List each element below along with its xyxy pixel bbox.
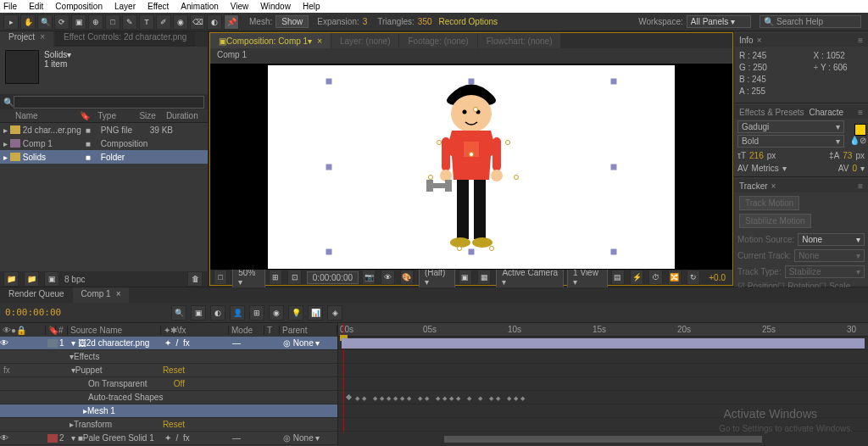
project-tab[interactable]: Project×	[0, 31, 53, 47]
pan-behind-tool-icon[interactable]: ⊕	[88, 14, 103, 30]
record-options-link[interactable]: Record Options	[439, 17, 498, 26]
brush-tool-icon[interactable]: ✐	[156, 14, 171, 30]
close-icon[interactable]: ×	[317, 36, 322, 46]
close-icon[interactable]: ×	[116, 289, 121, 298]
timeline-icon[interactable]: ⏱	[648, 270, 662, 285]
kerning-dropdown[interactable]: Metrics	[752, 164, 779, 173]
menu-composition[interactable]: Composition	[55, 2, 103, 11]
trash-icon[interactable]: 🗑	[187, 271, 203, 287]
fast-preview-icon[interactable]: ⚡	[630, 270, 643, 285]
layer-tab[interactable]: Layer: (none)	[331, 33, 398, 48]
project-row[interactable]: ▸ Comp 1■ Composition	[0, 137, 208, 150]
info-panel-title[interactable]: Info	[739, 36, 754, 45]
panel-menu-icon[interactable]: ≡	[858, 108, 863, 117]
close-icon[interactable]: ×	[40, 32, 45, 42]
shy-icon[interactable]: 👤	[230, 305, 245, 321]
snapshot-icon[interactable]: 📷	[362, 270, 376, 285]
auto-keyframe-icon[interactable]: ◈	[327, 305, 342, 321]
close-icon[interactable]: ×	[757, 36, 762, 45]
flowchart-tab[interactable]: Flowchart: (none)	[478, 33, 561, 48]
roi-icon[interactable]: ▣	[459, 270, 472, 285]
motion-blur-icon[interactable]: ◉	[269, 305, 284, 321]
font-size-value[interactable]: 216	[749, 151, 764, 160]
panel-menu-icon[interactable]: ≡	[858, 36, 863, 45]
menu-window[interactable]: Window	[260, 2, 291, 11]
menu-effect[interactable]: Effect	[147, 2, 169, 11]
current-track-dropdown[interactable]: None▾	[794, 249, 865, 262]
render-queue-tab[interactable]: Render Queue	[0, 287, 73, 303]
camera-tool-icon[interactable]: ▣	[71, 14, 86, 30]
roto-tool-icon[interactable]: ◐	[207, 14, 222, 30]
res-icon[interactable]: ⊞	[269, 270, 282, 285]
effects-group[interactable]: ▾ Effects	[0, 350, 337, 364]
project-row[interactable]: ▸ Solids■ Folder	[0, 150, 208, 164]
character-tab[interactable]: Characte	[810, 108, 844, 117]
col-name[interactable]: Name	[0, 111, 80, 120]
px-aspect-icon[interactable]: ▤	[611, 270, 625, 285]
search-layers-icon[interactable]: 🔍	[171, 305, 186, 321]
text-tool-icon[interactable]: T	[139, 14, 154, 30]
effects-presets-tab[interactable]: Effects & Presets	[739, 108, 804, 117]
mesh-prop[interactable]: ▸ Mesh 1	[0, 404, 337, 418]
new-comp-icon[interactable]: ▣	[44, 271, 59, 287]
hand-tool-icon[interactable]: ✋	[20, 14, 36, 30]
comp-subtab[interactable]: Comp 1	[210, 48, 732, 64]
close-icon[interactable]: ×	[771, 181, 776, 191]
motion-source-dropdown[interactable]: None▾	[798, 233, 865, 246]
interpret-icon[interactable]: 📁	[3, 271, 19, 287]
auto-traced-prop[interactable]: Auto-traced Shapes	[0, 391, 337, 404]
eraser-tool-icon[interactable]: ⌫	[190, 14, 205, 30]
col-size[interactable]: Size	[139, 111, 165, 120]
rotate-tool-icon[interactable]: ⟳	[54, 14, 70, 30]
on-transparent-prop[interactable]: On TransparentOff	[0, 377, 337, 391]
show-snap-icon[interactable]: 👁	[381, 270, 394, 285]
font-weight-dropdown[interactable]: Bold▾	[737, 135, 844, 148]
rect-tool-icon[interactable]: □	[105, 14, 120, 30]
track-type-dropdown[interactable]: Stabilize▾	[785, 265, 865, 278]
bpc-label[interactable]: 8 bpc	[64, 275, 85, 284]
fill-color-swatch[interactable]	[854, 124, 866, 136]
timeline-comp-tab[interactable]: Comp 1×	[73, 287, 130, 303]
workspace-dropdown[interactable]: All Panels ▾	[687, 15, 751, 28]
footage-tab[interactable]: Footage: (none)	[399, 33, 476, 48]
no-fill-icon[interactable]: ⊘	[860, 136, 866, 145]
pen-tool-icon[interactable]: ✎	[122, 14, 137, 30]
menu-edit[interactable]: Edit	[29, 2, 43, 11]
comp-tab[interactable]: ▣ Composition: Comp 1 ▾×	[210, 33, 331, 48]
frame-blend-icon[interactable]: ⊞	[249, 305, 264, 321]
stabilize-button[interactable]: Stabilize Motion	[739, 214, 811, 228]
tracker-panel-title[interactable]: Tracker	[739, 181, 768, 191]
channel-icon[interactable]: 🎨	[400, 270, 414, 285]
leading-value[interactable]: 73	[843, 151, 852, 160]
transform-group[interactable]: ▸ TransformReset	[0, 418, 337, 432]
help-search-input[interactable]: 🔍Search Help	[760, 15, 861, 28]
mask-icon[interactable]: □	[214, 270, 227, 285]
menu-file[interactable]: File	[3, 2, 17, 11]
menu-help[interactable]: Help	[303, 2, 320, 11]
project-row[interactable]: ▸ 2d char...er.png■ PNG file39 KB	[0, 123, 208, 137]
puppet-effect[interactable]: fx▾ PuppetReset	[0, 364, 337, 377]
eyedropper-icon[interactable]: 💧	[849, 136, 860, 145]
comp-flow-icon[interactable]: 🔀	[668, 270, 682, 285]
mesh-show-button[interactable]: Show	[275, 15, 309, 28]
tracking-value[interactable]: 0	[852, 164, 857, 173]
panel-menu-icon[interactable]: ≡	[858, 181, 863, 191]
time-ruler[interactable]: 00s 05s 10s 15s 20s 25s 30	[338, 323, 868, 337]
stamp-tool-icon[interactable]: ◉	[173, 14, 188, 30]
selection-tool-icon[interactable]: ▸	[3, 14, 19, 30]
menu-layer[interactable]: Layer	[114, 2, 136, 11]
puppet-tool-icon[interactable]: 📌	[224, 14, 239, 30]
zoom-tool-icon[interactable]: 🔍	[37, 14, 53, 30]
expansion-value[interactable]: 3	[363, 17, 368, 26]
font-family-dropdown[interactable]: Gadugi▾	[737, 120, 844, 133]
grid-icon[interactable]: ⊡	[287, 270, 301, 285]
exposure-value[interactable]: +0.0	[705, 273, 729, 282]
current-time-display[interactable]: 0:00:00:00	[5, 307, 61, 318]
col-label[interactable]: 🔖	[80, 111, 98, 120]
track-motion-button[interactable]: Track Motion	[739, 196, 799, 210]
zoom-slider[interactable]	[444, 436, 762, 443]
comp-mini-icon[interactable]: ▣	[191, 305, 206, 321]
project-search-input[interactable]	[14, 96, 204, 109]
layer-clip[interactable]	[342, 338, 865, 348]
transparency-icon[interactable]: ▦	[477, 270, 491, 285]
